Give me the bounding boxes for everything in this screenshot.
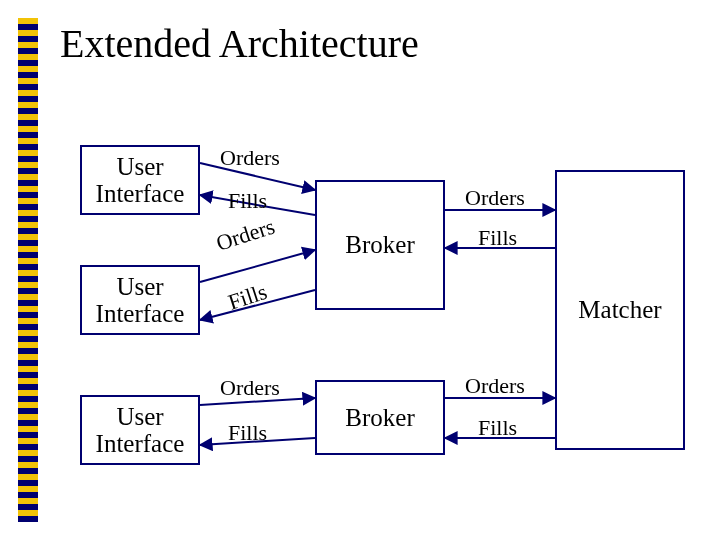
- node-matcher: Matcher: [555, 170, 685, 450]
- edge-broker1-matcher-fills: Fills: [478, 225, 517, 251]
- node-user-interface-2: User Interface: [80, 265, 200, 335]
- edge-broker2-matcher-orders: Orders: [465, 373, 525, 399]
- node-broker-2: Broker: [315, 380, 445, 455]
- node-user-interface-1: User Interface: [80, 145, 200, 215]
- edge-ui3-broker2-fills: Fills: [228, 420, 267, 446]
- edge-broker2-matcher-fills: Fills: [478, 415, 517, 441]
- node-user-interface-3: User Interface: [80, 395, 200, 465]
- edge-ui2-broker1-fills: Fills: [225, 279, 270, 316]
- edge-ui1-broker1-fills: Fills: [228, 188, 267, 214]
- edge-broker1-matcher-orders: Orders: [465, 185, 525, 211]
- edge-ui3-broker2-orders: Orders: [220, 375, 280, 401]
- svg-line-2: [200, 250, 315, 282]
- decorative-left-rail: [18, 18, 38, 522]
- edge-ui2-broker1-orders: Orders: [213, 213, 278, 256]
- node-broker-1: Broker: [315, 180, 445, 310]
- edge-ui1-broker1-orders: Orders: [220, 145, 280, 171]
- slide-title: Extended Architecture: [60, 20, 419, 67]
